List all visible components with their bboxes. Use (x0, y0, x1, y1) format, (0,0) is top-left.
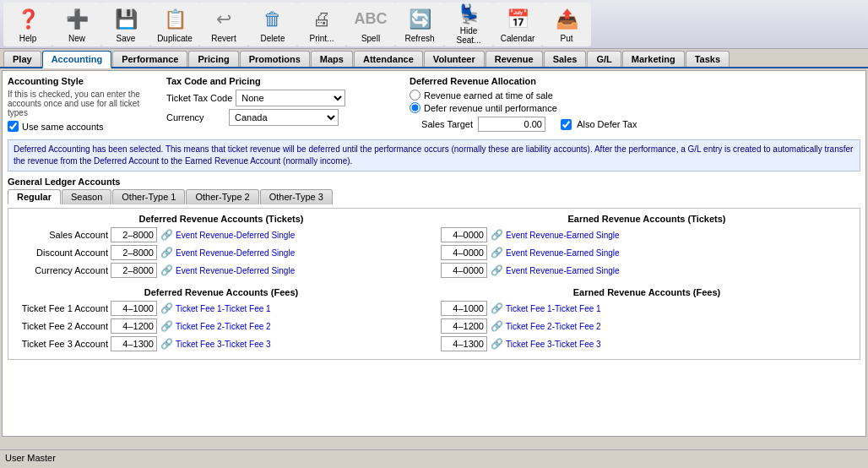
tab-volunteer[interactable]: Volunteer (424, 51, 485, 67)
ticket-tax-select[interactable]: None (236, 90, 345, 106)
save-icon: 💾 (112, 6, 139, 33)
tab-attendance[interactable]: Attendance (354, 51, 423, 67)
table-row: Currency Account 🔗 Event Revenue-Deferre… (15, 263, 427, 278)
tab-promotions[interactable]: Promotions (240, 51, 310, 67)
subtab-other3[interactable]: Other-Type 3 (260, 189, 333, 204)
tab-pricing[interactable]: Pricing (188, 51, 238, 67)
sales-deferred-icon[interactable]: 🔗 (160, 229, 173, 241)
fee1-earned-icon[interactable]: 🔗 (490, 302, 503, 314)
currency-earned-link[interactable]: Event Revenue-Earned Single (506, 266, 620, 275)
accounting-style-title: Accounting Style (8, 76, 160, 86)
radio-defer[interactable] (410, 102, 420, 113)
tab-gl[interactable]: G/L (587, 51, 621, 67)
new-button[interactable]: ➕ New (52, 3, 101, 46)
sales-earned-icon[interactable]: 🔗 (490, 229, 503, 241)
tab-marketing[interactable]: Marketing (622, 51, 685, 67)
spell-button[interactable]: ABC Spell (346, 3, 395, 46)
save-button[interactable]: 💾 Save (101, 3, 150, 46)
tab-sales[interactable]: Sales (544, 51, 587, 67)
fee2-deferred-input[interactable] (111, 318, 157, 334)
fee2-deferred-link[interactable]: Ticket Fee 2-Ticket Fee 2 (176, 322, 271, 331)
sales-account-label: Sales Account (15, 230, 108, 240)
discount-earned-icon[interactable]: 🔗 (490, 247, 503, 258)
tab-play[interactable]: Play (3, 51, 41, 67)
tab-performance[interactable]: Performance (112, 51, 187, 67)
discount-deferred-link[interactable]: Event Revenue-Deferred Single (176, 248, 295, 258)
tab-revenue[interactable]: Revenue (486, 51, 543, 67)
earned-fees-title: Earned Revenue Accounts (Fees) (441, 287, 853, 297)
delete-button[interactable]: 🗑 Delete (248, 3, 297, 46)
sales-deferred-link[interactable]: Event Revenue-Deferred Single (176, 231, 295, 240)
fee2-earned-input[interactable] (441, 318, 487, 334)
statusbar-text: User Master (5, 453, 56, 463)
discount-earned-input[interactable] (441, 245, 487, 260)
tab-accounting[interactable]: Accounting (42, 51, 112, 68)
radio-earned[interactable] (410, 90, 420, 101)
currency-account-label: Currency Account (15, 265, 108, 275)
fee3-earned-icon[interactable]: 🔗 (490, 338, 503, 350)
currency-earned-icon[interactable]: 🔗 (490, 264, 503, 276)
deferred-allocation-section: Deferred Revenue Allocation Revenue earn… (410, 76, 860, 134)
table-row: 🔗 Event Revenue-Earned Single (441, 263, 853, 278)
currency-earned-input[interactable] (441, 263, 487, 278)
fee3-earned-input[interactable] (441, 336, 487, 351)
refresh-button[interactable]: 🔄 Refresh (395, 3, 444, 46)
radio-defer-label: Defer revenue until performance (424, 103, 557, 113)
subtab-regular[interactable]: Regular (8, 189, 61, 204)
fee1-deferred-icon[interactable]: 🔗 (160, 302, 173, 314)
subtab-season[interactable]: Season (62, 189, 111, 204)
table-row: 🔗 Ticket Fee 2-Ticket Fee 2 (441, 318, 853, 334)
currency-select[interactable]: Canada (229, 109, 339, 126)
refresh-icon: 🔄 (406, 6, 433, 33)
accounting-style-desc: If this is checked, you can enter the ac… (8, 90, 160, 117)
calendar-icon: 📅 (504, 6, 531, 33)
fee2-earned-link[interactable]: Ticket Fee 2-Ticket Fee 2 (506, 322, 601, 331)
calendar-button[interactable]: 📅 Calendar (493, 3, 542, 46)
help-button[interactable]: ❓ Help (3, 3, 52, 46)
duplicate-icon: 📋 (161, 6, 188, 33)
subtab-other1[interactable]: Other-Type 1 (112, 189, 185, 204)
sales-earned-input[interactable] (441, 227, 487, 242)
new-icon: ➕ (63, 6, 90, 33)
tab-tasks[interactable]: Tasks (686, 51, 730, 67)
fee1-earned-link[interactable]: Ticket Fee 1-Ticket Fee 1 (506, 304, 601, 313)
table-row: Discount Account 🔗 Event Revenue-Deferre… (15, 245, 427, 260)
sales-target-label: Sales Target (410, 119, 473, 129)
ticket-tax-label: Ticket Tax Code (166, 93, 232, 103)
fee3-deferred-icon[interactable]: 🔗 (160, 338, 173, 350)
discount-account-label: Discount Account (15, 248, 108, 258)
fee3-deferred-input[interactable] (111, 336, 157, 351)
discount-deferred-icon[interactable]: 🔗 (160, 247, 173, 258)
sales-earned-link[interactable]: Event Revenue-Earned Single (506, 231, 620, 240)
put-button[interactable]: 📤 Put (542, 3, 591, 46)
fee2-earned-icon[interactable]: 🔗 (490, 320, 503, 332)
currency-label: Currency (166, 112, 225, 122)
hideseat-button[interactable]: 💺 Hide Seat... (444, 3, 493, 46)
discount-deferred-input[interactable] (111, 245, 157, 260)
sales-target-input[interactable] (478, 117, 545, 132)
currency-deferred-icon[interactable]: 🔗 (160, 264, 173, 276)
fee1-earned-input[interactable] (441, 301, 487, 316)
fee3-deferred-link[interactable]: Ticket Fee 3-Ticket Fee 3 (176, 340, 271, 349)
currency-deferred-input[interactable] (111, 263, 157, 278)
fee1-deferred-input[interactable] (111, 301, 157, 316)
statusbar: User Master (0, 449, 868, 468)
duplicate-button[interactable]: 📋 Duplicate (150, 3, 199, 46)
delete-icon: 🗑 (259, 6, 286, 33)
fee3-account-label: Ticket Fee 3 Account (15, 339, 108, 349)
fee1-deferred-link[interactable]: Ticket Fee 1-Ticket Fee 1 (176, 304, 271, 313)
radio-earned-label: Revenue earned at time of sale (424, 90, 553, 101)
print-button[interactable]: 🖨 Print... (297, 3, 346, 46)
fee2-deferred-icon[interactable]: 🔗 (160, 320, 173, 332)
subtab-other2[interactable]: Other-Type 2 (186, 189, 258, 204)
currency-deferred-link[interactable]: Event Revenue-Deferred Single (176, 266, 295, 275)
tab-maps[interactable]: Maps (311, 51, 353, 67)
discount-earned-link[interactable]: Event Revenue-Earned Single (506, 248, 620, 258)
sub-tabs: Regular Season Other-Type 1 Other-Type 2… (8, 189, 860, 204)
also-defer-tax-checkbox[interactable] (561, 119, 572, 130)
use-same-accounts-checkbox[interactable] (8, 121, 19, 132)
revert-button[interactable]: ↩ Revert (199, 3, 248, 46)
sales-deferred-input[interactable] (111, 227, 157, 242)
content-area: Accounting Style If this is checked, you… (2, 70, 866, 437)
fee3-earned-link[interactable]: Ticket Fee 3-Ticket Fee 3 (506, 340, 601, 349)
